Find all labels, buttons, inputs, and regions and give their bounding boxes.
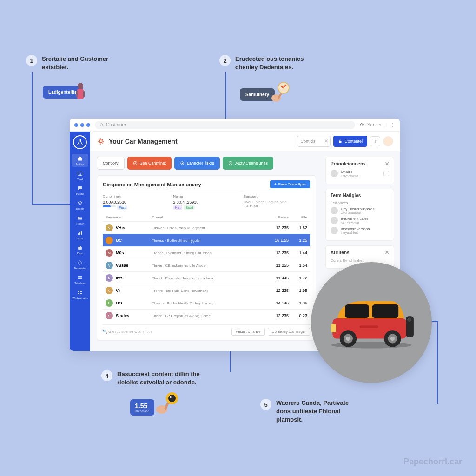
row-avatar: U xyxy=(106,299,113,307)
row-avatar: V xyxy=(106,224,113,231)
sidebar-item[interactable]: Teladves xyxy=(72,273,88,286)
panel-title: Girsponeten Management Mansesumary xyxy=(103,182,201,187)
list-item[interactable]: Beuiement LstesSar cstramm xyxy=(331,217,389,225)
callout-num: 4 xyxy=(101,370,112,381)
add-button[interactable]: + xyxy=(370,136,380,146)
avatar xyxy=(331,217,338,224)
filter-col[interactable]: Conommer 2.00A0.2530 Fast xyxy=(103,192,169,210)
svg-rect-15 xyxy=(79,246,81,247)
action-button[interactable]: Lanacter Ilskre xyxy=(174,157,220,170)
avatar xyxy=(331,207,338,214)
sidebar-item[interactable]: Tenhentel xyxy=(72,258,88,271)
table-row[interactable]: S Seules Tirner · 17: Cregoruos Atabig C… xyxy=(103,309,310,322)
settings-label[interactable]: Sancer xyxy=(367,122,382,127)
table-row[interactable]: U UO Theer · I Pricka Healis Turteg. Lad… xyxy=(103,297,310,309)
callout-num: 2 xyxy=(219,55,231,66)
close-icon[interactable]: ✕ xyxy=(385,250,389,256)
hand-magnify-illustration xyxy=(270,81,292,104)
search-input[interactable]: Conticls✕ xyxy=(297,136,331,147)
row-value: 0:23 xyxy=(289,313,307,318)
list-item[interactable]: Hey DosrerpuonsiesCodltartuntiort xyxy=(331,207,389,215)
callout-text: Erudected ous tonanics chenley Dedentale… xyxy=(235,55,319,72)
row-value: 11.445 xyxy=(265,276,289,280)
folder-icon xyxy=(77,215,83,221)
row-name: VSsae xyxy=(116,263,152,268)
row-value: 1.44 xyxy=(289,251,307,255)
svg-rect-42 xyxy=(360,325,378,328)
lock-icon[interactable] xyxy=(383,171,389,176)
row-value: 1.72 xyxy=(289,276,307,280)
table-row[interactable]: V VSsae Timee · CBiinsbennes Lite Alsos … xyxy=(103,259,310,271)
tag-icon xyxy=(77,259,83,266)
svg-point-28 xyxy=(229,161,232,165)
table-row[interactable]: M M0s Traner · Evdimiter Purfing Garutin… xyxy=(103,246,310,259)
home-icon xyxy=(77,155,83,162)
card-title: Prooolcionnens xyxy=(331,161,366,166)
traffic-lights[interactable] xyxy=(74,123,90,127)
table-row[interactable]: V V) Trenre · 55: Ruie Sans leavathand 1… xyxy=(103,284,310,297)
sidebar-item[interactable]: Ttoehe xyxy=(72,184,88,197)
sidebar-item[interactable]: Wus xyxy=(72,228,88,241)
action-button[interactable]: Auzy Ceansiunas xyxy=(223,157,273,170)
panel-cta[interactable]: ✦Ease Team Bpes xyxy=(270,180,310,188)
svg-point-41 xyxy=(390,337,395,341)
table-row[interactable]: U UC Timoss · Boilirer,Ithec Irygotsl 16… xyxy=(103,234,310,246)
sidebar-logo[interactable] xyxy=(73,135,87,149)
svg-point-23 xyxy=(99,140,102,143)
footer-search[interactable]: 🔍 Grest Lisbanez Otammtice xyxy=(103,330,152,334)
row-name: Seules xyxy=(116,313,152,318)
callout-num: 1 xyxy=(26,55,37,66)
primary-button[interactable]: Contentel xyxy=(333,136,367,147)
svg-point-38 xyxy=(346,337,350,341)
sidebar-item[interactable]: 11Ttod xyxy=(72,169,88,182)
list-icon xyxy=(77,274,83,281)
sidebar-item[interactable]: Tticset xyxy=(72,213,88,226)
row-value: 1.95 xyxy=(289,288,307,293)
row-name: UC xyxy=(116,238,152,243)
plus-circle-icon xyxy=(133,161,138,165)
more-icon[interactable]: ⋮ xyxy=(390,122,395,127)
svg-point-45 xyxy=(170,396,172,398)
gear-icon[interactable]: ✿ xyxy=(360,122,364,127)
layers-icon xyxy=(77,200,83,206)
action-button[interactable]: Contiory xyxy=(97,157,125,170)
svg-rect-20 xyxy=(80,291,82,292)
svg-point-0 xyxy=(78,83,83,89)
close-icon[interactable]: ✕ xyxy=(385,161,389,167)
filter-col[interactable]: Sersoard Liver Oarces Gamine bibe 3,486 … xyxy=(244,192,310,210)
action-button[interactable]: Sea Canminst xyxy=(127,157,172,170)
svg-rect-2 xyxy=(76,91,78,97)
sidebar-item[interactable]: Nsites xyxy=(72,154,88,167)
avatar xyxy=(331,227,338,234)
calendar-icon: 11 xyxy=(77,170,83,177)
svg-point-44 xyxy=(168,395,176,402)
svg-rect-13 xyxy=(81,231,82,235)
svg-rect-32 xyxy=(372,304,398,318)
footer-button[interactable]: Allsust Chance xyxy=(231,328,264,336)
table-row[interactable]: V VHis Tliswer · Hdies Prary Muagment 12… xyxy=(103,221,310,234)
url-bar[interactable]: Customer xyxy=(95,121,355,129)
sidebar-item[interactable]: Wadoninuiet xyxy=(72,288,88,301)
svg-rect-3 xyxy=(83,91,85,97)
footer-button[interactable]: Colluldtlly Camesger xyxy=(268,328,310,336)
clear-icon[interactable]: ✕ xyxy=(324,139,328,144)
filter-row: Conommer 2.00A0.2530 Fast Neme 2.00.4 ,2… xyxy=(103,192,310,210)
sidebar: Nsites 11Ttod Ttoehe Tlielcts Tticset Wu… xyxy=(70,132,90,351)
car-icon xyxy=(325,295,418,350)
main-panel: Girsponeten Management Mansesumary ✦Ease… xyxy=(97,175,316,341)
filter-col[interactable]: Neme 2.00.4 ,25938 HistSault xyxy=(173,192,239,210)
sidebar-item[interactable]: Bast xyxy=(72,243,88,256)
row-name: M0s xyxy=(116,251,152,255)
sidebar-item[interactable]: Tlielcts xyxy=(72,198,88,212)
panel-footer: 🔍 Grest Lisbanez Otammtice Allsust Chanc… xyxy=(103,324,310,336)
row-desc: Traner · Evdimiter Purfing Garutines xyxy=(152,251,265,255)
list-item[interactable]: Inoedterr versonsInayatehtert xyxy=(331,227,389,235)
table-row[interactable]: N Int:- Tinnet · Esolantior Iurrsunt age… xyxy=(103,271,310,284)
avatar[interactable] xyxy=(383,136,393,146)
svg-text:11: 11 xyxy=(79,173,81,175)
briefcase-icon xyxy=(77,245,83,251)
row-value: 14 146 xyxy=(265,301,289,305)
row-value: 12 235 xyxy=(265,251,289,255)
row-desc: Timee · CBiinsbennes Lite Alsos xyxy=(152,264,265,268)
row-value: 12.235 xyxy=(265,313,289,318)
